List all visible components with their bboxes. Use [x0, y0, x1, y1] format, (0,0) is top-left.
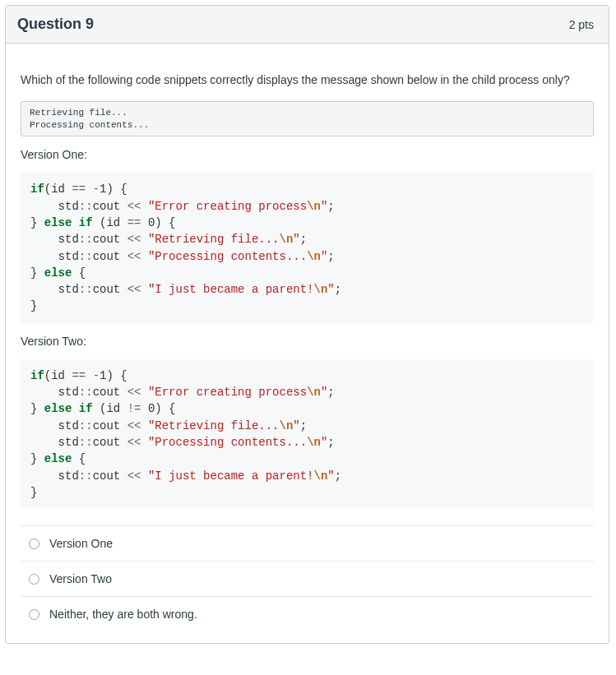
expected-output-box: Retrieving file... Processing contents..…	[21, 101, 594, 137]
radio-icon[interactable]	[29, 539, 39, 549]
question-stem: Which of the following code snippets cor…	[21, 72, 594, 90]
question-header: Question 9 2 pts	[6, 6, 609, 44]
radio-icon[interactable]	[29, 609, 39, 620]
question-body: Which of the following code snippets cor…	[6, 44, 609, 643]
answer-option-version-one[interactable]: Version One	[21, 526, 594, 561]
radio-icon[interactable]	[29, 574, 39, 585]
question-title: Question 9	[17, 16, 94, 33]
question-points: 2 pts	[569, 18, 594, 31]
code-block-version-one: if(id == -1) { std::cout << "Error creat…	[21, 173, 594, 322]
option-label: Neither, they are both wrong.	[49, 608, 197, 621]
option-label: Version Two	[49, 572, 112, 585]
answer-option-version-two[interactable]: Version Two	[21, 562, 594, 596]
question-card: Question 9 2 pts Which of the following …	[5, 5, 609, 644]
answer-option-neither[interactable]: Neither, they are both wrong.	[21, 597, 594, 631]
answer-options: Version One Version Two Neither, they ar…	[21, 525, 594, 631]
option-label: Version One	[49, 537, 113, 550]
version-one-label: Version One:	[21, 148, 594, 161]
version-two-label: Version Two:	[21, 335, 594, 348]
code-block-version-two: if(id == -1) { std::cout << "Error creat…	[21, 359, 594, 509]
